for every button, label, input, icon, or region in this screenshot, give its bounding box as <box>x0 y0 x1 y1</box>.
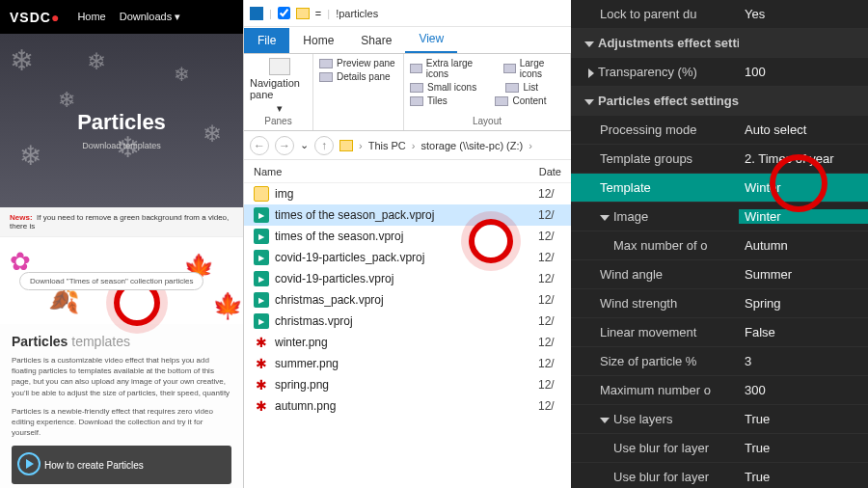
prop-lock-to-parent[interactable]: Lock to parent duYes <box>571 0 868 29</box>
ribbon-tabs: File Home Share View <box>244 27 571 54</box>
column-headers[interactable]: Name Date <box>244 160 571 183</box>
prop-max-objects[interactable]: Max number of oAutumn <box>571 231 868 260</box>
prop-size-of-particle[interactable]: Size of particle %3 <box>571 347 868 376</box>
folder-icon <box>296 8 310 19</box>
tab-home[interactable]: Home <box>289 28 347 53</box>
crumb-this-pc[interactable]: This PC <box>368 140 406 151</box>
png-icon: ✱ <box>254 377 269 393</box>
download-collection-button[interactable]: Download "Times of season" collection pa… <box>19 272 203 290</box>
prop-image[interactable]: ImageWinter <box>571 203 868 231</box>
navigation-pane-button[interactable]: Navigation pane▾ <box>250 58 310 115</box>
prop-use-blur-layer-1[interactable]: Use blur for layerTrue <box>571 434 868 463</box>
properties-panel: Lock to parent duYes Adjustments effect … <box>571 0 868 488</box>
file-row[interactable]: ✱winter.png12/ <box>244 332 571 353</box>
section-body: Particles is a customizable video effect… <box>0 355 243 438</box>
file-name: autumn.png <box>275 399 538 413</box>
prop-processing-mode[interactable]: Processing modeAuto select <box>571 116 868 145</box>
view-tiles-button[interactable]: Tiles Content <box>410 95 564 106</box>
prop-use-blur-layer-2[interactable]: Use blur for layerTrue <box>571 463 868 488</box>
file-name: winter.png <box>275 336 538 349</box>
navigation-pane-icon <box>269 58 290 75</box>
file-row[interactable]: times of the season.vproj12/ <box>244 226 571 247</box>
file-name: covid-19-particles.vproj <box>275 272 538 285</box>
svg-text:✱: ✱ <box>256 356 267 371</box>
prop-maximum-number[interactable]: Maximum number o300 <box>571 376 868 405</box>
file-row[interactable]: ✱summer.png12/ <box>244 353 571 374</box>
nav-downloads[interactable]: Downloads ▾ <box>120 11 180 23</box>
prop-template[interactable]: TemplateWinter <box>571 174 868 203</box>
snowflake-icon: ❄ <box>19 140 41 172</box>
ribbon: Navigation pane▾ Panes Preview pane Deta… <box>244 54 571 131</box>
vproj-icon <box>254 292 269 308</box>
prop-transparency[interactable]: Transparency (%)100 <box>571 58 868 87</box>
column-name[interactable]: Name <box>254 166 539 177</box>
download-section: ✿ 🍂 🍁 🍁 Download "Times of season" colle… <box>0 237 243 324</box>
details-pane-icon <box>319 72 333 82</box>
file-row[interactable]: christmas.vproj12/ <box>244 311 571 332</box>
play-icon <box>17 452 41 475</box>
png-icon: ✱ <box>254 398 269 414</box>
prop-linear-movement[interactable]: Linear movementFalse <box>571 318 868 347</box>
window-title: !particles <box>336 8 378 19</box>
file-date: 12/ <box>538 251 561 264</box>
file-date: 12/ <box>538 272 561 285</box>
svg-text:✱: ✱ <box>256 398 267 414</box>
folder-icon <box>339 140 353 151</box>
vsdc-website: VSDC● Home Downloads ▾ ❄ ❄ ❄ ❄ ❄ ❄ ❄ Par… <box>0 0 243 488</box>
file-date: 12/ <box>538 187 561 201</box>
file-row[interactable]: covid-19-particles.vproj12/ <box>244 268 571 289</box>
file-row[interactable]: ✱autumn.png12/ <box>244 395 571 417</box>
file-name: christmas.vproj <box>275 314 538 328</box>
quick-access-checkbox[interactable] <box>278 7 290 19</box>
address-bar[interactable]: ← → ⌄ ↑ › This PC › storage (\\site-pc) … <box>244 131 571 160</box>
file-name: times of the season.vproj <box>275 230 538 243</box>
preview-pane-icon <box>319 59 333 68</box>
up-button[interactable]: ↑ <box>314 136 334 155</box>
hero-title: Particles <box>77 110 166 135</box>
section-particles[interactable]: Particles effect settings <box>571 87 868 116</box>
tab-share[interactable]: Share <box>347 28 405 53</box>
back-button[interactable]: ← <box>250 136 269 155</box>
file-row[interactable]: img12/ <box>244 183 571 204</box>
prop-wind-angle[interactable]: Wind angleSummer <box>571 260 868 289</box>
prop-use-layers[interactable]: Use layersTrue <box>571 405 868 434</box>
file-name: times of the season_pack.vproj <box>275 208 538 222</box>
file-row[interactable]: christmas_pack.vproj12/ <box>244 289 571 311</box>
explorer-titlebar[interactable]: | = | !particles <box>244 0 571 27</box>
vproj-icon <box>254 250 269 265</box>
file-date: 12/ <box>538 357 561 370</box>
file-date: 12/ <box>538 314 561 328</box>
vproj-icon <box>254 207 269 223</box>
section-adjustments[interactable]: Adjustments effect settings <box>571 29 868 58</box>
svg-text:✱: ✱ <box>256 377 267 393</box>
tab-file[interactable]: File <box>244 28 289 53</box>
hero-banner: ❄ ❄ ❄ ❄ ❄ ❄ ❄ Particles Download templat… <box>0 34 243 207</box>
video-tutorial-card[interactable]: How to create Particles <box>12 446 231 484</box>
file-name: christmas_pack.vproj <box>275 293 538 307</box>
forward-button[interactable]: → <box>275 136 294 155</box>
file-date: 12/ <box>538 336 561 349</box>
file-row[interactable]: ✱spring.png12/ <box>244 374 571 395</box>
details-pane-button[interactable]: Details pane <box>319 71 397 82</box>
snowflake-icon: ❄ <box>174 63 190 86</box>
file-date: 12/ <box>538 378 561 392</box>
prop-wind-strength[interactable]: Wind strengthSpring <box>571 289 868 318</box>
tab-view[interactable]: View <box>405 26 457 53</box>
prop-template-groups[interactable]: Template groups2. Times of year <box>571 145 868 174</box>
preview-pane-button[interactable]: Preview pane <box>319 58 397 68</box>
view-small-button[interactable]: Small icons List <box>410 82 564 93</box>
snowflake-icon: ❄ <box>203 121 222 148</box>
file-name: summer.png <box>275 357 538 370</box>
site-header: VSDC● Home Downloads ▾ <box>0 0 243 34</box>
file-row[interactable]: covid-19-particles_pack.vproj12/ <box>244 247 571 268</box>
logo[interactable]: VSDC● <box>10 10 60 25</box>
file-name: spring.png <box>275 378 538 392</box>
crumb-drive[interactable]: storage (\\site-pc) (Z:) <box>420 140 523 151</box>
file-row[interactable]: times of the season_pack.vproj12/ <box>244 204 571 226</box>
file-date: 12/ <box>538 399 561 413</box>
nav-home[interactable]: Home <box>77 11 105 23</box>
column-date[interactable]: Date <box>539 166 561 177</box>
recent-dropdown[interactable]: ⌄ <box>300 139 309 151</box>
file-name: covid-19-particles_pack.vproj <box>275 251 538 264</box>
view-extra-large-button[interactable]: Extra large icons Large icons <box>410 58 564 79</box>
